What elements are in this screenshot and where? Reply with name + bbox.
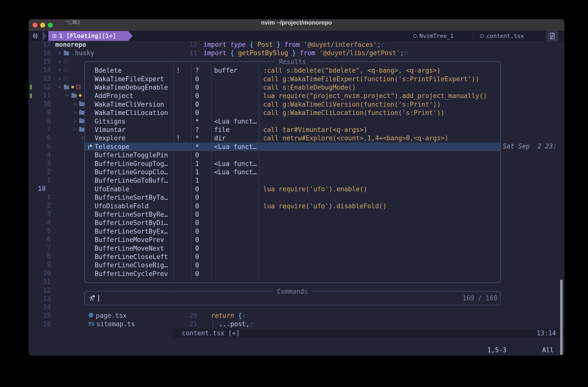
results-cell-count: 0	[191, 228, 211, 235]
telescope-prompt-window[interactable]: Commands 169 / 169	[84, 291, 501, 305]
results-row[interactable]: UfoDisableFold0lua require('ufo').disabl…	[85, 202, 500, 210]
scrollbar-thumb[interactable]	[560, 280, 563, 355]
tab-content-tsx-label: content.tsx	[486, 33, 524, 39]
results-cell-name: UfoEnable	[85, 185, 173, 193]
results-row[interactable]: Gitsigns*<Lua funct…	[85, 117, 500, 125]
results-row[interactable]: WakaTimeDebugEnable0call s:EnableDebugMo…	[85, 83, 500, 92]
eol-icon	[382, 44, 385, 47]
window-title: nvim ~/project/monorepo	[29, 19, 564, 31]
results-row[interactable]: UfoEnable0lua require('ufo').enable()	[85, 185, 500, 193]
git-modified-box-icon	[76, 85, 80, 89]
eol-icon	[251, 323, 253, 327]
results-cell-name: BufferLineCyclePrev	[85, 270, 173, 277]
results-row[interactable]: BufferLineSortByRe…0	[85, 210, 500, 219]
titlebar[interactable]: ⌥⌘2 nvim ~/project/monorepo	[29, 19, 564, 31]
results-cell-count: *	[191, 118, 211, 125]
chevron-open-icon: ›	[71, 127, 79, 131]
chevron-closed-icon: ›	[72, 108, 77, 116]
line-number: 8	[36, 252, 51, 260]
results-cell-count: 0	[191, 219, 211, 227]
results-row[interactable]: Telescope*<Lua funct…	[85, 143, 500, 151]
results-cell-type: <Lua funct…	[211, 168, 259, 176]
folder-dim-icon	[64, 59, 68, 63]
chevron-open-icon: ›	[63, 94, 71, 97]
code-line[interactable]: 12import type { Post } from '@duyet/inte…	[29, 40, 564, 49]
results-row[interactable]: BufferLineSortByDi…0	[85, 219, 500, 227]
results-cell-definition: call s:EnableDebugMode()	[259, 84, 500, 91]
statusline-clock: Sat Sep 2 23:	[503, 142, 557, 150]
selection-arrow-icon	[88, 144, 94, 150]
code-line[interactable]: 21 │ ...post,	[29, 320, 564, 328]
chevron-closed-icon: ›	[57, 57, 62, 66]
results-row[interactable]: BufferLineMoveNext0	[85, 244, 500, 252]
results-row[interactable]: BufferLineSortByTa…0	[85, 193, 500, 202]
results-row[interactable]: Vexplore!*dircall netrw#Explore(<count>,…	[85, 134, 500, 142]
folder-icon	[79, 128, 84, 132]
tab-floating[interactable]: 1 [Floating][1+]	[48, 31, 128, 41]
record-dot-icon	[52, 34, 56, 38]
results-counter: 169 / 169	[462, 294, 497, 302]
line-number: 12	[36, 83, 51, 91]
line-number: 2	[36, 201, 51, 210]
results-row[interactable]: Vimuntar?filecall tar#Vimuntar(<q-args>)	[85, 126, 500, 134]
prompt-input[interactable]: 169 / 169	[85, 291, 500, 305]
telescope-icon	[89, 295, 95, 301]
circle-icon	[480, 34, 484, 38]
tab-divider	[472, 33, 475, 39]
line-number: 10	[36, 100, 51, 108]
code-line[interactable]: 20 return {	[29, 311, 564, 320]
code-line[interactable]: 11import { getPostBySlug } from '@duyet/…	[29, 49, 564, 57]
terminal-window: ⌥⌘2 nvim ~/project/monorepo 1 [Floating]…	[29, 19, 564, 355]
buffer-list-button[interactable]	[546, 31, 558, 41]
results-row[interactable]: BufferLineGoToBuff…1	[85, 176, 500, 185]
line-number: 4	[36, 150, 51, 159]
results-cell-count: 0	[191, 211, 211, 218]
results-cell-name: BufferLineSortByDi…	[85, 219, 173, 227]
results-cell-count: 0	[191, 109, 211, 116]
folder-dim-icon	[64, 68, 68, 72]
line-number: 13	[36, 74, 51, 83]
results-row[interactable]: BufferLineSortByEx…0	[85, 227, 500, 236]
line-number: 10	[36, 269, 51, 277]
results-row[interactable]: WakaTimeCliLocation0call g:WakaTimeCliLo…	[85, 109, 500, 117]
results-row[interactable]: BufferLineCloseRig…0	[85, 261, 500, 269]
results-cell-name: BufferLineSortByRe…	[85, 211, 173, 218]
line-number: 1	[36, 193, 51, 201]
results-cell-definition: lua require('ufo').disableFold()	[259, 202, 500, 210]
git-sign	[30, 93, 32, 98]
tab-floating-label: 1 [Floating][1+]	[59, 33, 116, 39]
statusline: content.tsx [+] 13:14	[173, 329, 564, 338]
results-row[interactable]: AddProject0lua require("project_nvim.pro…	[85, 92, 500, 100]
line-number: 9	[36, 260, 51, 269]
results-row[interactable]: BufferLineTogglePin0	[85, 151, 500, 159]
results-row[interactable]: BufferLineCloseLeft0	[85, 252, 500, 261]
line-number: 14	[36, 66, 51, 74]
results-cell-type: <Lua funct…	[211, 143, 259, 150]
tab-divider	[409, 33, 411, 39]
results-cell-count: 0	[191, 245, 211, 252]
results-row[interactable]: BufferLineMovePrev0	[85, 236, 500, 244]
results-cell-name: BufferLineSortByTa…	[85, 194, 173, 201]
results-cell-count: 0	[191, 75, 211, 83]
line-number: 3	[36, 210, 51, 218]
results-cell-count: *	[191, 143, 211, 150]
tab-nvimtree[interactable]: NvimTree_1	[413, 31, 453, 41]
powerline-separator	[128, 31, 133, 41]
line-number: 11	[36, 277, 51, 286]
chevron-closed-icon: ›	[72, 100, 77, 108]
results-cell-count: 0	[191, 101, 211, 108]
results-row[interactable]: Bdelete!?buffer:call s:bdelete("bdelete"…	[85, 66, 500, 75]
folder-icon	[79, 119, 84, 123]
line-number: 15	[36, 57, 51, 66]
results-row[interactable]: BufferLineGroupClo…1<Lua funct…	[85, 168, 500, 176]
ruler-position: 1,5-3	[487, 346, 506, 354]
results-row[interactable]: BufferLineGroupTog…1<Lua funct…	[85, 159, 500, 168]
results-cell-name: BufferLineMoveNext	[85, 245, 173, 252]
tab-content-tsx[interactable]: content.tsx	[480, 31, 524, 41]
results-row[interactable]: WakaTimeFileExpert0call g:WakaTimeFileEx…	[85, 75, 500, 83]
results-cell-count: 0	[191, 202, 211, 210]
column-divider	[191, 64, 191, 280]
results-row[interactable]: BufferLineCyclePrev0	[85, 270, 500, 278]
results-row[interactable]: WakaTimeCliVersion0call g:WakaTimeCliVer…	[85, 100, 500, 109]
eol-icon	[244, 315, 246, 318]
